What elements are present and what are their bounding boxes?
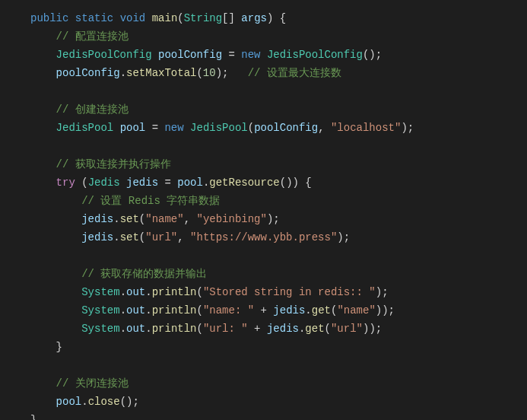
brace: } [30,414,37,420]
var-poolconfig: poolConfig [158,49,222,61]
method-main: main [152,12,178,24]
var-pool: pool [177,177,203,189]
var-jedis: jedis [273,304,305,317]
dot: . [145,286,151,298]
paren: ); [401,122,414,134]
dot: . [305,304,311,317]
parens: (); [120,396,139,408]
comment: // 获取存储的数据并输出 [81,268,207,280]
code-line: System.out.println("url: " + jedis.get("… [30,320,527,338]
equals: = [164,177,170,189]
dot: . [113,213,119,225]
plus: + [261,304,267,317]
paren: ( [139,213,145,225]
code-line: pool.close(); [30,393,527,411]
method-set: set [120,213,139,225]
var-poolconfig: poolConfig [56,67,120,79]
method-close: close [88,396,120,408]
brace: { [305,177,311,189]
method-get: get [305,323,324,335]
method-println: println [152,286,197,298]
code-line: } [30,411,527,420]
string-namelabel: "name: " [203,304,254,317]
dot: . [145,323,151,335]
code-line: jedis.set("url", "https://www.ybb.press"… [30,228,527,247]
paren: ); [337,231,350,243]
code-line: System.out.println("Stored string in red… [30,283,527,301]
ctor-jedispoolconfig: JedisPoolConfig [267,49,363,61]
field-out: out [126,304,145,317]
var-pool: pool [56,396,82,408]
code-editor: public static void main(String[] args) {… [30,9,527,420]
paren: ( [325,323,331,335]
comment: // 设置最大连接数 [248,67,341,79]
type-string: String [184,12,222,24]
dot: . [81,396,87,408]
string-stored: "Stored string in redis:: " [203,286,376,298]
string-localhost: "localhost" [331,122,401,134]
number-10: 10 [203,67,216,79]
dot: . [120,323,126,335]
paren: ( [196,67,202,79]
string-ybbpress: "https://www.ybb.press" [190,231,337,243]
parens: ()) [280,177,299,189]
keyword-public: public [30,12,68,24]
code-line: } [30,338,527,356]
field-out: out [126,323,145,335]
code-line: poolConfig.setMaxTotal(10); // 设置最大连接数 [30,64,527,82]
paren: ); [376,286,389,298]
string-name: "name" [145,213,183,225]
var-jedis: jedis [81,213,113,225]
method-getresource: getResource [209,177,279,189]
string-urllabel: "url: " [203,323,248,335]
comment: // 获取连接并执行操作 [56,158,171,170]
comment: // 关闭连接池 [56,377,129,390]
comma: , [177,231,183,243]
dot: . [120,286,126,298]
code-line: System.out.println("name: " + jedis.get(… [30,301,527,320]
code-line: // 设置 Redis 字符串数据 [30,192,527,210]
comment: // 配置连接池 [56,30,129,43]
brackets: [] [222,12,235,24]
code-line: // 获取连接并执行操作 [30,155,527,173]
comma: , [318,122,324,134]
paren: ( [177,12,183,24]
code-line: // 创建连接池 [30,100,527,119]
method-set: set [120,231,139,243]
type-jedis: Jedis [88,177,120,189]
blank-line [30,137,527,155]
parens: (); [363,49,382,61]
equals: = [228,49,234,61]
paren: ); [267,213,280,225]
code-line: jedis.set("name", "yebinbing"); [30,210,527,228]
method-println: println [152,304,197,317]
var-pool: pool [120,122,146,134]
code-line: // 配置连接池 [30,27,527,46]
string-namekey: "name" [337,304,375,317]
code-line: try (Jedis jedis = pool.getResource()) { [30,173,527,192]
brace: { [280,12,286,24]
keyword-try: try [56,177,75,189]
paren: )); [363,323,382,335]
var-jedis: jedis [267,323,299,335]
paren: ( [196,304,202,317]
dot: . [120,304,126,317]
blank-line [30,82,527,100]
code-line: JedisPoolConfig poolConfig = new JedisPo… [30,46,527,64]
blank-line [30,247,527,265]
dot: . [120,67,126,79]
keyword-new: new [164,122,183,134]
paren: ( [196,323,202,335]
type-jedispoolconfig: JedisPoolConfig [56,49,152,61]
class-system: System [81,286,119,298]
string-urlkey: "url" [331,323,363,335]
var-jedis: jedis [81,231,113,243]
code-line: public static void main(String[] args) { [30,9,527,27]
field-out: out [126,286,145,298]
equals: = [152,122,158,134]
code-line: JedisPool pool = new JedisPool(poolConfi… [30,119,527,137]
paren: ( [248,122,254,134]
paren: ( [81,177,87,189]
class-system: System [81,304,119,317]
var-jedis: jedis [126,177,158,189]
